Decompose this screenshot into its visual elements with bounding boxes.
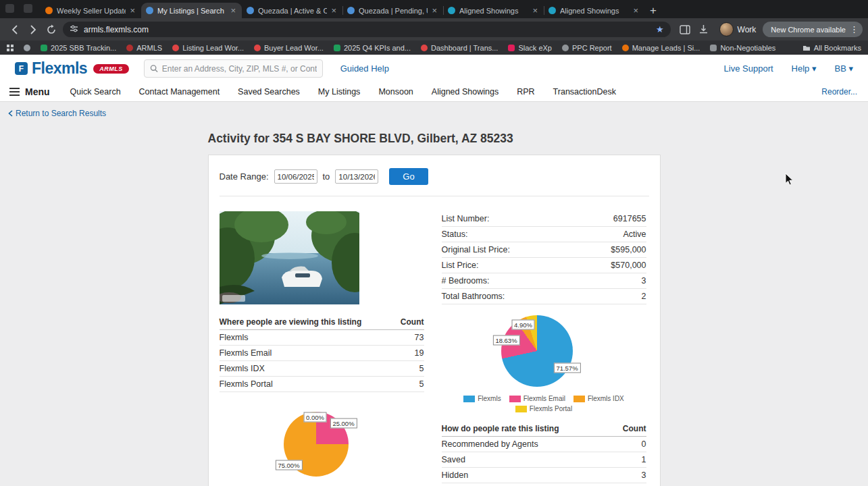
- menu-label: Menu: [25, 86, 50, 97]
- address-bar[interactable]: armls.flexmls.com ★: [63, 22, 671, 37]
- all-bookmarks-button[interactable]: All Bookmarks: [802, 44, 861, 52]
- legend-label: Flexmls IDX: [588, 395, 624, 402]
- profile-chip[interactable]: Work: [719, 22, 757, 36]
- legend-label: Flexmls Portal: [530, 405, 572, 412]
- side-panel-icon[interactable]: [676, 20, 694, 38]
- tab-close-icon[interactable]: ×: [229, 6, 237, 15]
- chrome-update-chip[interactable]: New Chrome available ⋮: [763, 22, 863, 37]
- bookmark-item[interactable]: 2025 Q4 KPIs and...: [334, 44, 411, 52]
- window-control-icon[interactable]: [5, 4, 14, 13]
- legend-item: Flexmls: [463, 395, 501, 402]
- tab-favicon-icon: [548, 7, 556, 14]
- bookmark-item[interactable]: Listing Lead Wor...: [172, 44, 244, 52]
- tab-favicon-icon: [146, 7, 153, 14]
- table-row: Flexmls IDX 5: [220, 361, 424, 377]
- download-icon[interactable]: [694, 20, 713, 38]
- bookmark-item[interactable]: 2025 SBB Trackin...: [41, 44, 116, 52]
- rating-table-title: How do people rate this listing: [442, 424, 559, 433]
- rating-table-count-header: Count: [623, 424, 646, 433]
- all-bookmarks-label: All Bookmarks: [814, 44, 861, 52]
- tab-close-icon[interactable]: ×: [632, 6, 640, 15]
- forward-icon[interactable]: [24, 20, 42, 38]
- bookmark-label: Non-Negotiables: [720, 44, 775, 52]
- user-menu[interactable]: BB ▾: [835, 63, 854, 74]
- row-value: 19: [415, 348, 424, 358]
- browser-tab-active[interactable]: My Listings | Search Results ×: [141, 3, 242, 18]
- nav-item-saved-searches[interactable]: Saved Searches: [238, 87, 300, 97]
- row-value: 3: [642, 470, 646, 480]
- row-label: Saved: [442, 455, 465, 464]
- reorder-link[interactable]: Reorder...: [821, 87, 857, 97]
- go-button[interactable]: Go: [389, 168, 428, 185]
- date-from-input[interactable]: [274, 169, 317, 184]
- browser-tab[interactable]: Aligned Showings ×: [443, 3, 544, 18]
- tab-title: Quezada | Pending, Under C: [359, 7, 428, 15]
- legend-swatch: [515, 406, 527, 412]
- browser-tab[interactable]: Quezada | Active & Coming S ×: [242, 3, 342, 18]
- row-label: Total Bathrooms:: [442, 292, 505, 301]
- site-settings-icon[interactable]: [70, 24, 78, 35]
- flexmls-logo[interactable]: Flexmls: [32, 59, 87, 78]
- tab-strip: Weekly Seller Update | 354 S × My Listin…: [0, 0, 868, 18]
- global-search[interactable]: [144, 59, 323, 78]
- nav-item-contact-management[interactable]: Contact Management: [139, 87, 220, 97]
- row-label: Original List Price:: [442, 245, 510, 254]
- armls-badge: ARMLS: [93, 64, 129, 74]
- browser-tab[interactable]: Weekly Seller Update | 354 S ×: [41, 3, 141, 18]
- nav-item-rpr[interactable]: RPR: [517, 87, 534, 97]
- bookmark-item[interactable]: [24, 45, 30, 51]
- reload-icon[interactable]: [42, 20, 60, 38]
- window-control-icon[interactable]: [24, 4, 32, 13]
- return-to-search-results-link[interactable]: Return to Search Results: [0, 102, 106, 118]
- bookmark-item[interactable]: Buyer Lead Wor...: [254, 44, 324, 52]
- bookmark-label: Buyer Lead Wor...: [264, 44, 324, 52]
- bookmark-item[interactable]: ARMLS: [126, 44, 162, 52]
- table-row: List Price: $570,000: [442, 258, 646, 273]
- bookmark-favicon-icon: [254, 45, 261, 51]
- bookmark-item[interactable]: Slack eXp: [508, 44, 552, 52]
- search-input[interactable]: [162, 64, 317, 74]
- nav-item-monsoon[interactable]: Monsoon: [378, 87, 413, 97]
- tab-close-icon[interactable]: ×: [128, 6, 136, 15]
- tab-close-icon[interactable]: ×: [330, 6, 338, 15]
- tab-close-icon[interactable]: ×: [531, 6, 539, 15]
- table-row: Status: Active: [442, 227, 646, 242]
- nav-item-my-listings[interactable]: My Listings: [318, 87, 361, 97]
- bookmark-item[interactable]: Manage Leads | Si...: [622, 44, 700, 52]
- table-row: Hidden 3: [442, 468, 646, 483]
- legend-item: Flexmls Portal: [515, 405, 572, 412]
- new-tab-button[interactable]: +: [644, 3, 662, 18]
- nav-item-aligned-showings[interactable]: Aligned Showings: [432, 87, 499, 97]
- bookmark-label: 2025 Q4 KPIs and...: [344, 44, 411, 52]
- flexmls-logo-icon: F: [15, 62, 28, 75]
- row-value: 6917655: [613, 214, 646, 223]
- back-icon[interactable]: [5, 20, 24, 38]
- tab-close-icon[interactable]: ×: [430, 6, 438, 15]
- guided-help-link[interactable]: Guided Help: [340, 63, 389, 74]
- row-label: Flexmls Email: [220, 348, 272, 358]
- bookmark-favicon-icon: [126, 45, 133, 51]
- bookmark-item[interactable]: Non-Negotiables: [710, 44, 775, 52]
- bookmark-item[interactable]: Dashboard | Trans...: [421, 44, 498, 52]
- hamburger-icon: [9, 88, 20, 96]
- table-row: Saved 1: [442, 452, 646, 468]
- row-value: $570,000: [611, 261, 646, 270]
- browser-tab[interactable]: Quezada | Pending, Under C ×: [342, 3, 443, 18]
- apps-grid-icon[interactable]: [7, 45, 14, 51]
- viewing-pie-chart: 4.90% 18.63% 71.57%: [442, 314, 646, 389]
- nav-item-transactiondesk[interactable]: TransactionDesk: [553, 87, 616, 97]
- row-label: Flexmls Portal: [220, 379, 273, 389]
- menu-button[interactable]: Menu: [9, 86, 50, 97]
- date-to-input[interactable]: [335, 169, 378, 184]
- bookmark-star-icon[interactable]: ★: [656, 24, 664, 34]
- bookmark-item[interactable]: PPC Report: [562, 44, 612, 52]
- browser-tab[interactable]: Aligned Showings ×: [544, 3, 644, 18]
- viewing-sources-table: Where people are viewing this listing Co…: [220, 315, 424, 392]
- nav-item-quick-search[interactable]: Quick Search: [70, 87, 121, 97]
- viewing-legend: Flexmls Flexmls Email Flexmls IDX F: [456, 395, 632, 412]
- tab-title: Aligned Showings: [459, 7, 528, 15]
- date-range-row: Date Range: to Go: [220, 165, 649, 196]
- browser-menu-icon[interactable]: ⋮: [850, 24, 859, 34]
- help-menu[interactable]: Help ▾: [792, 63, 817, 74]
- live-support-link[interactable]: Live Support: [724, 63, 773, 74]
